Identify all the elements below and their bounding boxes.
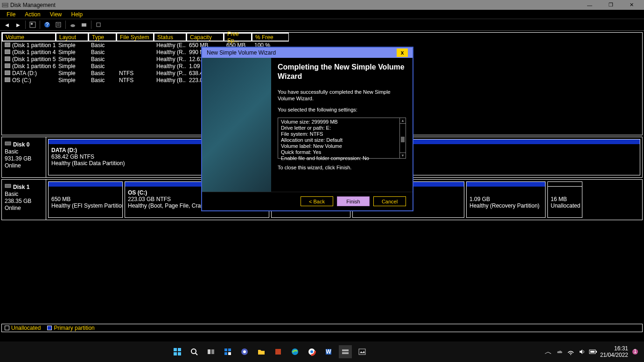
chat-icon[interactable] [238, 345, 251, 358]
disk-mgmt-taskbar-icon[interactable] [339, 345, 352, 358]
svg-rect-21 [211, 349, 214, 354]
tray-chevron-icon[interactable]: ︿ [544, 345, 553, 358]
svg-rect-3 [31, 23, 33, 25]
svg-rect-6 [56, 22, 61, 27]
minimize-button[interactable] [579, 0, 600, 10]
photos-icon[interactable] [356, 345, 369, 358]
svg-point-18 [191, 349, 196, 354]
edge-icon[interactable] [288, 345, 301, 358]
wizard-close-button[interactable]: x [397, 49, 408, 57]
disk-icon [5, 182, 11, 189]
volume-icon[interactable] [578, 345, 586, 358]
volume-icon [5, 49, 10, 54]
tool-icon-3[interactable] [93, 20, 104, 29]
setting-line: Volume label: New Volume [281, 143, 403, 149]
menu-help[interactable]: Help [67, 10, 88, 19]
close-button[interactable] [621, 0, 642, 10]
setting-line: File system: NTFS [281, 131, 403, 137]
svg-rect-23 [228, 348, 231, 351]
system-tray: ︿ 16:31 21/04/2022 1 [539, 345, 644, 358]
col-capacity[interactable]: Capacity [186, 33, 224, 42]
back-button[interactable]: ◄ [2, 20, 12, 29]
volume-icon [5, 42, 10, 47]
col-filesystem[interactable]: File System [116, 33, 154, 42]
word-icon[interactable]: W [322, 345, 335, 358]
partition-efi[interactable]: 650 MB Healthy (EFI System Partition) [48, 181, 123, 218]
partition-recovery[interactable]: 1.09 GB Healthy (Recovery Partition) [466, 181, 546, 218]
tool-icon-2[interactable] [79, 20, 89, 29]
scroll-up-icon[interactable]: ▲ [400, 118, 406, 124]
app-icon-1[interactable] [272, 345, 285, 358]
col-layout[interactable]: Layout [56, 33, 88, 42]
volume-icon [5, 56, 10, 61]
forward-button[interactable]: ► [13, 20, 23, 29]
battery-icon[interactable] [589, 345, 597, 358]
settings-scrollbar[interactable]: ▲ ▼ [399, 118, 406, 158]
svg-rect-35 [342, 349, 349, 351]
partition-unallocated[interactable]: 16 MB Unallocated [547, 181, 582, 218]
partition-status: Healthy (Recovery Partition) [469, 202, 542, 209]
scroll-thumb[interactable] [401, 137, 405, 142]
menu-file[interactable]: File [2, 10, 20, 19]
cancel-button[interactable]: Cancel [373, 196, 406, 206]
maximize-button[interactable] [600, 0, 621, 10]
wizard-settings-box: Volume size: 299999 MB Drive letter or p… [278, 118, 406, 159]
wizard-title: New Simple Volume Wizard [207, 49, 276, 56]
widgets-icon[interactable] [221, 345, 234, 358]
search-icon[interactable] [188, 345, 201, 358]
help-icon[interactable]: ? [42, 20, 52, 29]
back-button[interactable]: < Back [301, 196, 333, 206]
legend-swatch-primary [47, 326, 52, 330]
svg-rect-28 [275, 349, 281, 355]
disk-0-label[interactable]: Disk 0 Basic 931.39 GB Online [2, 137, 46, 177]
notification-icon[interactable]: 1 [631, 345, 639, 358]
col-status[interactable]: Status [154, 33, 186, 42]
svg-rect-24 [224, 352, 227, 355]
svg-text:?: ? [46, 21, 49, 28]
setting-line: Drive letter or path: E: [281, 125, 403, 131]
scroll-down-icon[interactable]: ▼ [400, 153, 406, 158]
wizard-heading: Completing the New Simple Volume Wizard [278, 63, 406, 81]
disk-type: Basic [5, 148, 43, 155]
task-view-icon[interactable] [204, 345, 217, 358]
wizard-success-text: You have successfully completed the New … [278, 89, 406, 102]
volume-icon [5, 77, 10, 82]
volume-icon [5, 63, 10, 68]
svg-rect-14 [174, 348, 177, 351]
tray-onedrive-icon[interactable] [555, 345, 564, 358]
new-simple-volume-wizard: New Simple Volume Wizard x Completing th… [201, 47, 413, 211]
disk-1-label[interactable]: Disk 1 Basic 238.35 GB Online [2, 180, 46, 220]
col-free[interactable]: Free Sp... [224, 33, 252, 42]
taskbar-clock[interactable]: 16:31 21/04/2022 [600, 345, 628, 358]
volume-list-header: Volume Layout Type File System Status Ca… [2, 33, 642, 42]
col-type[interactable]: Type [88, 33, 116, 42]
col-pct[interactable]: % Free [252, 33, 289, 42]
wizard-titlebar[interactable]: New Simple Volume Wizard x [202, 48, 413, 58]
wizard-close-hint: To close this wizard, click Finish. [278, 164, 406, 171]
svg-rect-37 [359, 349, 365, 355]
svg-line-19 [196, 353, 197, 355]
svg-point-9 [70, 24, 75, 27]
menu-view[interactable]: View [45, 10, 67, 19]
finish-button[interactable]: Finish [337, 196, 370, 206]
explorer-icon[interactable] [255, 345, 268, 358]
chrome-icon[interactable] [305, 345, 318, 358]
disk-size: 238.35 GB [5, 198, 43, 204]
disk-state: Online [5, 162, 43, 169]
svg-text:1: 1 [634, 348, 637, 355]
svg-rect-0 [2, 3, 8, 5]
col-volume[interactable]: Volume [2, 33, 56, 42]
svg-point-38 [570, 354, 571, 355]
start-button[interactable] [171, 345, 184, 358]
refresh-button[interactable] [28, 20, 38, 29]
disk-icon [5, 140, 11, 146]
properties-button[interactable] [53, 20, 63, 29]
tool-icon-1[interactable] [68, 20, 78, 29]
setting-line: Volume size: 299999 MB [281, 119, 403, 125]
menu-action[interactable]: Action [20, 10, 45, 19]
svg-rect-25 [228, 352, 231, 355]
wifi-icon[interactable] [567, 345, 575, 358]
app-icon [2, 2, 8, 8]
svg-text:W: W [326, 348, 331, 355]
disk-type: Basic [5, 191, 43, 197]
